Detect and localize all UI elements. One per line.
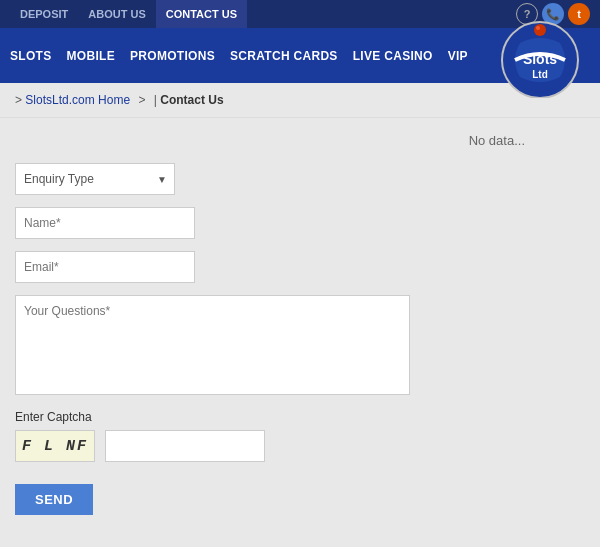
- nav-mobile[interactable]: MOBILE: [67, 49, 115, 63]
- nav-promotions[interactable]: PROMOTIONS: [130, 49, 215, 63]
- breadcrumb-separator: >: [138, 93, 148, 107]
- enquiry-type-row: Enquiry Type ▼: [15, 163, 435, 195]
- email-row: [15, 251, 435, 283]
- captcha-row: Enter Captcha F L NF: [15, 410, 435, 462]
- captcha-image: F L NF: [15, 430, 95, 462]
- logo[interactable]: Slots Ltd: [490, 18, 590, 98]
- questions-row: [15, 295, 435, 398]
- svg-point-4: [534, 24, 546, 36]
- svg-text:Slots: Slots: [523, 51, 557, 67]
- main-nav: SLOTS MOBILE PROMOTIONS SCRATCH CARDS LI…: [0, 28, 600, 83]
- enquiry-type-select[interactable]: Enquiry Type: [15, 163, 175, 195]
- breadcrumb-home[interactable]: SlotsLtd.com Home: [25, 93, 130, 107]
- name-row: [15, 207, 435, 239]
- top-nav-contact[interactable]: CONTACT US: [156, 0, 247, 28]
- captcha-input-row: F L NF: [15, 430, 435, 462]
- nav-live-casino[interactable]: LIVE CASINO: [353, 49, 433, 63]
- main-nav-links: SLOTS MOBILE PROMOTIONS SCRATCH CARDS LI…: [10, 49, 468, 63]
- top-nav-links: DEPOSIT ABOUT US CONTACT US: [10, 0, 247, 28]
- nav-slots[interactable]: SLOTS: [10, 49, 52, 63]
- svg-text:Ltd: Ltd: [532, 69, 548, 80]
- nav-scratch-cards[interactable]: SCRATCH CARDS: [230, 49, 338, 63]
- top-nav-about[interactable]: ABOUT US: [78, 0, 155, 28]
- breadcrumb-current: Contact Us: [160, 93, 223, 107]
- svg-point-5: [536, 26, 540, 30]
- email-input[interactable]: [15, 251, 195, 283]
- no-data-message: No data...: [15, 133, 585, 148]
- name-input[interactable]: [15, 207, 195, 239]
- contact-form: Enquiry Type ▼ Enter Captcha F L NF: [15, 163, 435, 515]
- breadcrumb-arrow: >: [15, 93, 22, 107]
- captcha-input[interactable]: [105, 430, 265, 462]
- nav-vip[interactable]: VIP: [448, 49, 468, 63]
- top-nav-deposit[interactable]: DEPOSIT: [10, 0, 78, 28]
- captcha-label: Enter Captcha: [15, 410, 435, 424]
- send-row: SEND: [15, 474, 435, 515]
- content-area: No data... Enquiry Type ▼ Enter Captcha: [0, 118, 600, 542]
- questions-textarea[interactable]: [15, 295, 410, 395]
- enquiry-select-wrapper: Enquiry Type ▼: [15, 163, 175, 195]
- send-button[interactable]: SEND: [15, 484, 93, 515]
